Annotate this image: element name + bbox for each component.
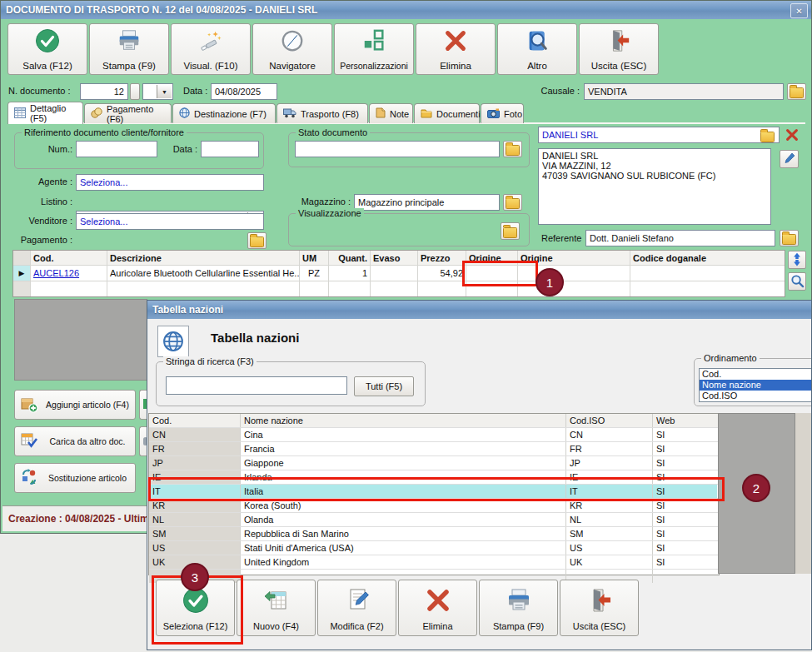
scrollbar-track[interactable] bbox=[795, 413, 812, 574]
origine2-cell[interactable] bbox=[518, 266, 630, 281]
modifica-button[interactable]: Modifica (F2) bbox=[317, 580, 396, 636]
rif-data-input[interactable] bbox=[201, 141, 259, 157]
n-documento-spin-button[interactable] bbox=[130, 83, 140, 100]
pagamento-folder-button[interactable] bbox=[247, 232, 267, 249]
swap-shapes-icon bbox=[20, 468, 38, 488]
stato-documento-input[interactable] bbox=[295, 141, 500, 157]
uscita-button[interactable]: Uscita (ESC) bbox=[560, 580, 639, 636]
web-cell: SI bbox=[653, 485, 717, 498]
col-cod-iso[interactable]: Cod.ISO bbox=[566, 414, 653, 427]
sostituzione-articolo-button[interactable]: Sostituzione articolo bbox=[14, 463, 136, 493]
salva-button[interactable]: Salva (F12) bbox=[7, 23, 87, 75]
table-row[interactable]: IE Irlanda IE SI bbox=[149, 470, 719, 485]
empty-cell bbox=[31, 281, 107, 296]
table-row[interactable]: NL Olanda NL SI bbox=[149, 513, 719, 527]
close-icon[interactable]: ✕ bbox=[790, 3, 808, 18]
table-row[interactable]: US Stati Uniti d'America (USA) US SI bbox=[149, 541, 719, 555]
nome-cell: Francia bbox=[241, 442, 566, 455]
magazzino-label: Magazzino : bbox=[292, 197, 351, 207]
table-row[interactable]: JP Giappone JP SI bbox=[149, 456, 719, 470]
referente-input[interactable]: Dott. Danieli Stefano bbox=[585, 230, 775, 246]
uscita-button[interactable]: Uscita (ESC) bbox=[579, 23, 659, 75]
stato-folder-button[interactable] bbox=[503, 141, 522, 157]
tab-trasporto[interactable]: Trasporto (F8) bbox=[276, 103, 368, 123]
elimina-button[interactable]: Elimina bbox=[416, 23, 496, 75]
article-code-link[interactable]: AUCEL126 bbox=[33, 268, 79, 278]
col-cod[interactable]: Cod. bbox=[149, 414, 241, 427]
tab-dettaglio[interactable]: Dettaglio (F5) bbox=[7, 102, 83, 124]
col-origine-2[interactable]: Origine bbox=[518, 251, 630, 265]
col-prezzo[interactable]: Prezzo bbox=[418, 251, 466, 265]
n-documento-input[interactable]: 12 bbox=[80, 83, 128, 100]
ordinamento-option-cod[interactable]: Cod. bbox=[700, 369, 812, 380]
table-row[interactable]: ▶ AUCEL126 Auricolare Bluetooth Cellular… bbox=[13, 266, 785, 281]
edit-address-button[interactable] bbox=[780, 150, 799, 168]
altro-button[interactable]: Altro bbox=[497, 23, 577, 75]
document-grid-header: Cod. Descrizione UM Quant. Evaso Prezzo … bbox=[13, 251, 785, 266]
agente-input[interactable]: Seleziona... bbox=[76, 174, 264, 191]
table-row-selected[interactable]: IT Italia IT SI bbox=[149, 485, 719, 499]
visual-button[interactable]: Visual. (F10) bbox=[171, 23, 251, 75]
tutti-button[interactable]: Tutti (F5) bbox=[354, 376, 414, 396]
article-description-cell[interactable]: Auricolare Bluetooth Cellularline Essent… bbox=[107, 266, 300, 281]
cliente-input[interactable]: DANIELI SRL bbox=[538, 127, 780, 143]
referente-folder-button[interactable] bbox=[780, 230, 799, 246]
search-input[interactable] bbox=[166, 376, 347, 395]
causale-input[interactable]: VENDITA bbox=[584, 83, 784, 100]
col-cod[interactable]: Cod. bbox=[31, 251, 107, 265]
tab-pagamento[interactable]: Pagamento (F6) bbox=[84, 103, 172, 123]
tab-documenti-label: Documenti bbox=[436, 109, 481, 119]
web-cell: SI bbox=[653, 499, 717, 512]
data-input[interactable]: 04/08/2025 bbox=[211, 83, 277, 100]
table-row[interactable]: KR Korea (South) KR SI bbox=[149, 499, 719, 513]
origine1-cell[interactable] bbox=[466, 266, 518, 281]
col-quant[interactable]: Quant. bbox=[329, 251, 371, 265]
table-row[interactable]: FR Francia FR SI bbox=[149, 442, 719, 456]
ordinamento-option-cod-iso[interactable]: Cod.ISO bbox=[700, 391, 812, 401]
venditore-input[interactable]: Seleziona... bbox=[76, 213, 264, 230]
folder-icon bbox=[790, 87, 804, 98]
col-codice-doganale[interactable]: Codice doganale bbox=[630, 251, 785, 265]
ordinamento-listbox[interactable]: Cod. Nome nazione Cod.ISO bbox=[699, 368, 812, 402]
codice-doganale-cell[interactable] bbox=[630, 266, 785, 281]
num-input[interactable] bbox=[76, 141, 157, 157]
table-row[interactable]: CN Cina CN SI bbox=[149, 428, 719, 442]
table-row-empty[interactable] bbox=[13, 281, 785, 296]
table-row[interactable]: SM Repubblica di San Marino SM SI bbox=[149, 527, 719, 541]
col-descrizione[interactable]: Descrizione bbox=[107, 251, 300, 265]
navigatore-button[interactable]: Navigatore bbox=[252, 23, 332, 75]
elimina-button[interactable]: Elimina bbox=[398, 580, 477, 636]
aggiungi-articolo-button[interactable]: Aggiungi articolo (F4) bbox=[14, 390, 136, 420]
personalizzazioni-button[interactable]: Personalizzazioni bbox=[334, 23, 414, 75]
folder-icon[interactable] bbox=[760, 132, 775, 142]
stampa-button[interactable]: Stampa (F9) bbox=[89, 23, 169, 75]
price-cell[interactable]: 54,92 bbox=[418, 266, 466, 281]
col-origine-1[interactable]: Origine bbox=[466, 251, 518, 265]
n-documento-suffix-dropdown[interactable]: ▼ bbox=[142, 83, 173, 100]
tab-foto[interactable]: Foto bbox=[481, 103, 524, 123]
col-nome-nazione[interactable]: Nome nazione bbox=[241, 414, 566, 427]
col-um[interactable]: UM bbox=[300, 251, 329, 265]
table-row[interactable]: UK United Kingdom UK SI bbox=[149, 555, 719, 570]
reorder-rows-button[interactable] bbox=[788, 251, 806, 269]
stampa-button[interactable]: Stampa (F9) bbox=[479, 580, 558, 636]
um-cell[interactable]: PZ bbox=[300, 266, 329, 281]
causale-folder-button[interactable] bbox=[787, 83, 806, 100]
cod-cell: US bbox=[149, 541, 241, 555]
tab-note[interactable]: Note bbox=[369, 103, 413, 123]
visualizzazione-folder-button[interactable] bbox=[501, 222, 520, 240]
tab-dettaglio-label: Dettaglio (F5) bbox=[30, 103, 77, 123]
nome-cell: Repubblica di San Marino bbox=[241, 527, 566, 540]
tab-destinazione[interactable]: Destinazione (F7) bbox=[172, 103, 276, 123]
carica-da-altro-doc-button[interactable]: Carica da altro doc. bbox=[14, 426, 136, 456]
ordinamento-option-nome-nazione[interactable]: Nome nazione bbox=[700, 380, 812, 391]
search-article-button[interactable] bbox=[788, 272, 806, 291]
magnifier-icon bbox=[790, 274, 805, 290]
nuovo-button[interactable]: Nuovo (F4) bbox=[237, 580, 316, 636]
tab-documenti[interactable]: Documenti bbox=[414, 103, 480, 123]
quantity-cell[interactable]: 1 bbox=[329, 266, 371, 281]
cliente-clear-icon[interactable] bbox=[782, 127, 802, 143]
col-web[interactable]: Web bbox=[653, 414, 717, 427]
evaso-cell[interactable] bbox=[371, 266, 418, 281]
col-evaso[interactable]: Evaso bbox=[371, 251, 418, 265]
